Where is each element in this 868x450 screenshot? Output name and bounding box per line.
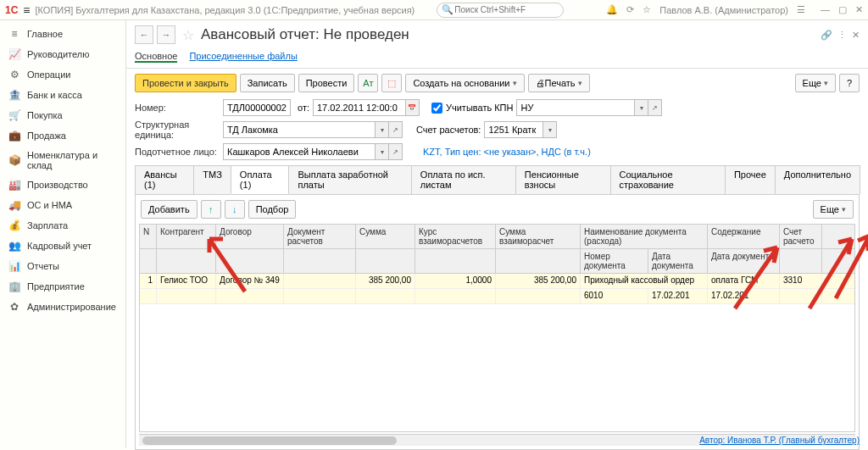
struct-icon[interactable]: ⬚ bbox=[381, 74, 402, 92]
col-header[interactable]: Счет расчето bbox=[780, 225, 822, 248]
post-button[interactable]: Провести bbox=[298, 74, 355, 92]
col-header[interactable] bbox=[356, 249, 415, 273]
col-header[interactable]: Номер документа bbox=[581, 249, 648, 273]
col-header[interactable] bbox=[216, 249, 284, 273]
detail-tab[interactable]: Оплата (1) bbox=[231, 165, 290, 194]
cell[interactable]: 1 bbox=[140, 274, 157, 288]
kpn-checkbox[interactable] bbox=[431, 103, 442, 114]
cell[interactable] bbox=[284, 274, 356, 288]
link-icon[interactable]: 🔗 bbox=[821, 30, 832, 41]
sidebar-item[interactable]: ≡Главное bbox=[0, 24, 125, 44]
col-header[interactable]: Курс взаиморасчетов bbox=[415, 225, 496, 248]
acc-input[interactable] bbox=[484, 121, 543, 138]
add-row-button[interactable]: Добавить bbox=[141, 200, 198, 219]
global-search[interactable]: 🔍 bbox=[437, 3, 564, 18]
kpn-input[interactable] bbox=[516, 99, 635, 116]
col-header[interactable]: Контрагент bbox=[157, 225, 216, 248]
sidebar-item[interactable]: ✿Администрирование bbox=[0, 297, 125, 317]
person-drop-icon[interactable]: ▾ bbox=[376, 143, 389, 160]
history-icon[interactable]: ⟳ bbox=[626, 4, 634, 15]
col-header[interactable]: Дата документа bbox=[648, 249, 708, 273]
user-label[interactable]: Павлов А.В. (Администратор) bbox=[659, 5, 788, 15]
detail-tab[interactable]: ТМЗ bbox=[193, 165, 231, 194]
col-header[interactable]: Сумма bbox=[356, 225, 415, 248]
sidebar-item[interactable]: 🚚ОС и НМА bbox=[0, 195, 125, 215]
bell-icon[interactable]: 🔔 bbox=[606, 4, 618, 15]
grid-row[interactable]: 601017.02.20117.02.201 bbox=[140, 289, 854, 304]
col-header[interactable] bbox=[140, 249, 157, 273]
sidebar-item[interactable]: 💼Продажа bbox=[0, 125, 125, 146]
col-header[interactable]: Содержание bbox=[708, 225, 780, 248]
col-header[interactable]: Сумма взаиморасчет bbox=[496, 225, 581, 248]
minimize-icon[interactable]: — bbox=[821, 4, 830, 15]
sidebar-item[interactable]: 📦Номенклатура и склад bbox=[0, 146, 125, 175]
person-open-icon[interactable]: ↗ bbox=[389, 143, 403, 160]
user-menu-icon[interactable]: ☰ bbox=[797, 4, 805, 15]
cell[interactable]: Гелиос ТОО bbox=[157, 274, 216, 288]
nav-back[interactable]: ← bbox=[135, 25, 153, 44]
post-close-button[interactable]: Провести и закрыть bbox=[135, 74, 236, 92]
cell[interactable]: 385 200,00 bbox=[356, 274, 415, 288]
sidebar-item[interactable]: 👥Кадровый учет bbox=[0, 236, 125, 256]
cell[interactable]: 3310 bbox=[780, 274, 822, 288]
cell[interactable]: 385 200,00 bbox=[496, 274, 581, 288]
org-input[interactable] bbox=[223, 121, 376, 138]
detail-tab[interactable]: Выплата заработной платы bbox=[288, 165, 411, 194]
detail-tab[interactable]: Оплата по исп. листам bbox=[411, 165, 516, 194]
sidebar-item[interactable]: 📈Руководителю bbox=[0, 44, 125, 64]
sidebar-item[interactable]: ⚙Операции bbox=[0, 64, 125, 85]
price-type-link[interactable]: KZT, Тип цен: <не указан>, НДС (в т.ч.) bbox=[423, 147, 591, 157]
col-header[interactable] bbox=[284, 249, 356, 273]
print-button[interactable]: 🖨 Печать bbox=[528, 74, 590, 92]
close-doc-icon[interactable]: ✕ bbox=[852, 30, 860, 41]
col-header[interactable] bbox=[780, 249, 822, 273]
col-header[interactable]: Документ расчетов bbox=[284, 225, 356, 248]
acc-drop-icon[interactable]: ▾ bbox=[543, 121, 557, 138]
subtab-files[interactable]: Присоединенные файлы bbox=[189, 51, 297, 63]
col-header[interactable]: Договор bbox=[216, 225, 284, 248]
sidebar-item[interactable]: 🛒Покупка bbox=[0, 105, 125, 125]
num-input[interactable] bbox=[223, 99, 291, 116]
detail-tab[interactable]: Дополнительно bbox=[775, 165, 860, 194]
detail-tab[interactable]: Авансы (1) bbox=[135, 165, 194, 194]
menu-icon[interactable]: ≡ bbox=[23, 3, 30, 17]
star-icon[interactable]: ☆ bbox=[643, 4, 651, 15]
sidebar-item[interactable]: 💰Зарплата bbox=[0, 215, 125, 236]
org-open-icon[interactable]: ↗ bbox=[389, 121, 403, 138]
org-drop-icon[interactable]: ▾ bbox=[376, 121, 389, 138]
cell[interactable]: оплата ГСМ bbox=[708, 274, 780, 288]
sidebar-item[interactable]: 📊Отчеты bbox=[0, 256, 125, 276]
kpn-open-icon[interactable]: ↗ bbox=[648, 99, 662, 116]
col-header[interactable] bbox=[157, 249, 216, 273]
grid-more-button[interactable]: Еще bbox=[813, 200, 854, 219]
search-input[interactable] bbox=[437, 3, 564, 18]
col-header[interactable]: Дата документа bbox=[708, 249, 780, 273]
more-button[interactable]: Еще bbox=[795, 74, 836, 92]
kpn-drop-icon[interactable]: ▾ bbox=[635, 99, 648, 116]
col-header[interactable] bbox=[496, 249, 581, 273]
cell[interactable]: 1,0000 bbox=[415, 274, 496, 288]
person-input[interactable] bbox=[223, 143, 376, 160]
author-link[interactable]: Автор: Иванова Т.Р. (Главный бухгалтер) bbox=[699, 436, 860, 445]
close-icon[interactable]: ✕ bbox=[855, 4, 863, 15]
row-up-icon[interactable]: ↑ bbox=[201, 200, 221, 219]
sidebar-item[interactable]: 🏭Производство bbox=[0, 175, 125, 195]
fav-icon[interactable]: ☆ bbox=[182, 27, 194, 43]
more-icon[interactable]: ⋮ bbox=[837, 30, 847, 41]
save-button[interactable]: Записать bbox=[240, 74, 295, 92]
detail-tab[interactable]: Пенсионные взносы bbox=[515, 165, 611, 194]
col-header[interactable]: Наименование документа (расхода) bbox=[581, 225, 708, 248]
col-header[interactable] bbox=[415, 249, 496, 273]
calendar-icon[interactable]: 📅 bbox=[406, 99, 420, 116]
help-icon[interactable]: ? bbox=[839, 74, 860, 92]
row-down-icon[interactable]: ↓ bbox=[225, 200, 245, 219]
grid-row[interactable]: 1Гелиос ТООДоговор № 349385 200,001,0000… bbox=[140, 274, 854, 289]
sidebar-item[interactable]: 🏦Банк и касса bbox=[0, 85, 125, 105]
cell[interactable]: Договор № 349 bbox=[216, 274, 284, 288]
cell[interactable]: Приходный кассовый ордер bbox=[581, 274, 708, 288]
detail-tab[interactable]: Прочее bbox=[725, 165, 776, 194]
create-based-button[interactable]: Создать на основании bbox=[405, 74, 524, 92]
subtab-main[interactable]: Основное bbox=[135, 51, 177, 63]
select-button[interactable]: Подбор bbox=[248, 200, 297, 219]
col-header[interactable]: N bbox=[140, 225, 157, 248]
